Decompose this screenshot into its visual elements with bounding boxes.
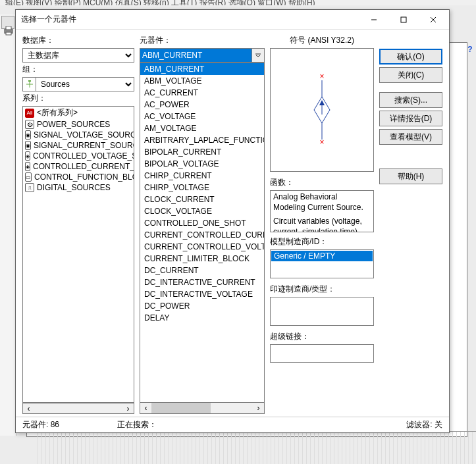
svg-rect-4: [401, 17, 406, 22]
series-item[interactable]: ⎍DIGITAL_SOURCES: [23, 182, 134, 193]
series-listbox[interactable]: All<所有系列>⏻POWER_SOURCES◉SIGNAL_VOLTAGE_S…: [22, 106, 134, 403]
maximize-button[interactable]: [388, 11, 418, 29]
bottom-ruler: [38, 431, 476, 464]
svg-rect-2: [6, 32, 11, 35]
component-item[interactable]: CURRENT_LIMITER_BLOCK: [140, 253, 264, 265]
component-item[interactable]: CURRENT_CONTROLLED_VOLTAGE_SOURCE: [140, 241, 264, 253]
main-menubar: 辑(E) 视图(V) 绘制(P) MCU(M) 仿真(S) 转移(n) 工具(T…: [0, 0, 476, 5]
series-item[interactable]: ⏻POWER_SOURCES: [23, 119, 134, 130]
select-component-dialog: 选择一个元器件 数据库： 主数据库 组： Sources 系列： All<所有系…: [15, 9, 450, 433]
function-text: Analog Behavioral Modeling Current Sourc…: [273, 192, 371, 213]
component-listbox[interactable]: ABM_CURRENTABM_VOLTAGEAC_CURRENTAC_POWER…: [140, 63, 265, 403]
group-icon: [22, 77, 36, 91]
svg-text:×: ×: [319, 74, 324, 81]
left-toolbar: [0, 14, 16, 436]
component-item[interactable]: DC_CURRENT: [140, 265, 264, 276]
model-item[interactable]: Generic / EMPTY: [271, 251, 373, 261]
series-item[interactable]: ◉SIGNAL_CURRENT_SOURCES: [23, 140, 134, 151]
component-item[interactable]: DELAY: [140, 312, 264, 324]
series-item[interactable]: ▭CONTROL_FUNCTION_BLOCKS: [23, 172, 134, 182]
dialog-title: 选择一个元器件: [21, 14, 359, 25]
component-item[interactable]: DC_POWER: [140, 300, 264, 312]
function-text-2: Circuit variables (voltage, current, sim…: [273, 217, 371, 232]
component-item[interactable]: ABM_CURRENT: [140, 63, 264, 75]
status-filter: 滤波器: 关: [406, 419, 442, 430]
series-item-label: <所有系列>: [37, 107, 78, 118]
close-dialog-button[interactable]: 关闭(C): [379, 67, 442, 83]
ok-button[interactable]: 确认(O): [379, 49, 442, 64]
help-icon[interactable]: ?: [465, 45, 475, 55]
scrollbar-thumb[interactable]: [151, 403, 211, 413]
help-button[interactable]: 帮助(H): [379, 168, 442, 184]
series-item-label: CONTROLLED_CURRENT_SOURCES: [33, 162, 134, 171]
detail-report-button[interactable]: 详情报告(D): [379, 111, 442, 126]
series-item[interactable]: ◈CONTROLLED_CURRENT_SOURCES: [23, 161, 134, 172]
footprint-listbox[interactable]: [270, 297, 374, 326]
scroll-right-icon[interactable]: ›: [253, 403, 264, 413]
scroll-right-icon[interactable]: ›: [122, 403, 134, 413]
series-label: 系列：: [22, 93, 134, 104]
svg-text:×: ×: [319, 138, 324, 146]
titlebar: 选择一个元器件: [16, 10, 449, 30]
component-item[interactable]: ABM_VOLTAGE: [140, 75, 264, 87]
series-icon: ◈: [25, 151, 30, 161]
hyperlink-label: 超级链接：: [270, 331, 374, 342]
series-item-label: DIGITAL_SOURCES: [37, 183, 111, 192]
model-listbox[interactable]: Generic / EMPTY: [270, 249, 374, 278]
series-hscrollbar[interactable]: ‹ ›: [22, 403, 134, 414]
database-dropdown[interactable]: 主数据库: [22, 48, 134, 63]
status-searching: 正在搜索：: [117, 419, 157, 430]
component-item[interactable]: AC_CURRENT: [140, 87, 264, 99]
component-combobox[interactable]: [140, 48, 265, 63]
series-item[interactable]: All<所有系列>: [23, 107, 134, 119]
series-icon: All: [25, 109, 34, 118]
symbol-label: 符号 (ANSI Y32.2): [270, 35, 374, 46]
series-item[interactable]: ◈CONTROLLED_VOLTAGE_SOURCES: [23, 151, 134, 161]
series-item-label: CONTROL_FUNCTION_BLOCKS: [34, 172, 134, 182]
component-input[interactable]: [140, 48, 251, 63]
dropdown-icon[interactable]: [251, 48, 265, 63]
component-item[interactable]: BIPOLAR_VOLTAGE: [140, 158, 264, 170]
series-item-label: SIGNAL_CURRENT_SOURCES: [34, 141, 134, 150]
model-label: 模型制造商/ID：: [270, 236, 374, 247]
component-item[interactable]: CHIRP_CURRENT: [140, 170, 264, 182]
symbol-preview: × ×: [270, 48, 374, 172]
status-count-value: 86: [51, 420, 59, 429]
series-item-label: SIGNAL_VOLTAGE_SOURCES: [34, 130, 134, 140]
series-icon: ▭: [25, 172, 32, 182]
close-button[interactable]: [418, 11, 448, 29]
component-item[interactable]: CONTROLLED_ONE_SHOT: [140, 217, 264, 229]
component-item[interactable]: CLOCK_CURRENT: [140, 193, 264, 205]
component-item[interactable]: CURRENT_CONTROLLED_CURRENT_SOURCE: [140, 229, 264, 241]
function-label: 函数：: [270, 177, 374, 188]
search-button[interactable]: 搜索(S)...: [379, 92, 442, 108]
component-label: 元器件：: [140, 35, 265, 46]
scroll-left-icon[interactable]: ‹: [23, 403, 34, 413]
svg-rect-9: [28, 80, 31, 82]
series-icon: ⏻: [25, 120, 34, 129]
series-icon: ◉: [25, 141, 31, 150]
series-icon: ◈: [25, 162, 30, 171]
view-model-button[interactable]: 查看模型(V): [379, 129, 442, 145]
series-item-label: CONTROLLED_VOLTAGE_SOURCES: [33, 151, 134, 161]
svg-rect-1: [6, 26, 11, 30]
component-item[interactable]: CHIRP_VOLTAGE: [140, 182, 264, 193]
component-item[interactable]: BIPOLAR_CURRENT: [140, 146, 264, 158]
component-item[interactable]: CLOCK_VOLTAGE: [140, 205, 264, 217]
series-item[interactable]: ◉SIGNAL_VOLTAGE_SOURCES: [23, 130, 134, 140]
series-icon: ◉: [25, 130, 31, 140]
minimize-button[interactable]: [359, 11, 388, 29]
component-hscrollbar[interactable]: ‹ ›: [140, 403, 265, 414]
component-item[interactable]: AC_POWER: [140, 99, 264, 111]
component-item[interactable]: DC_INTERACTIVE_VOLTAGE: [140, 288, 264, 300]
component-item[interactable]: ARBITRARY_LAPLACE_FUNCTION: [140, 134, 264, 146]
hyperlink-box[interactable]: [270, 344, 374, 363]
scroll-left-icon[interactable]: ‹: [140, 403, 151, 413]
statusbar: 元器件: 86 正在搜索： 滤波器: 关: [16, 417, 449, 432]
function-textbox[interactable]: Analog Behavioral Modeling Current Sourc…: [270, 190, 374, 232]
component-item[interactable]: AC_VOLTAGE: [140, 111, 264, 122]
print-icon: [3, 26, 14, 36]
component-item[interactable]: DC_INTERACTIVE_CURRENT: [140, 276, 264, 288]
component-item[interactable]: AM_VOLTAGE: [140, 122, 264, 134]
group-dropdown[interactable]: Sources: [36, 77, 134, 91]
